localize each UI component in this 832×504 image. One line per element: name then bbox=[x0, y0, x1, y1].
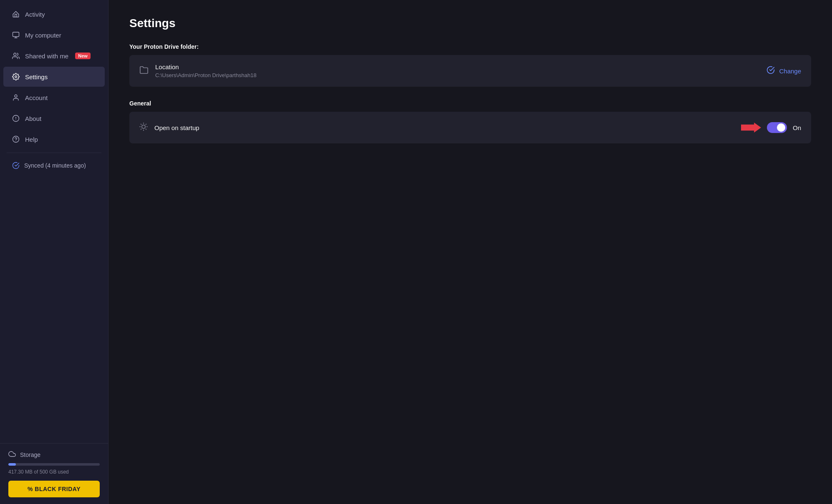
main-content: Settings Your Proton Drive folder: Locat… bbox=[108, 0, 832, 504]
sidebar-item-shared-with-me[interactable]: Shared with me New bbox=[3, 46, 105, 66]
svg-point-9 bbox=[142, 125, 145, 128]
folder-icon bbox=[139, 65, 149, 76]
users-icon bbox=[12, 52, 20, 60]
startup-toggle[interactable] bbox=[767, 122, 787, 133]
black-friday-button[interactable]: % BLACK FRIDAY bbox=[8, 481, 100, 497]
user-icon bbox=[12, 93, 20, 102]
sidebar-item-my-computer[interactable]: My computer bbox=[3, 25, 105, 45]
sidebar-nav: Activity My computer Shared with me New … bbox=[0, 0, 108, 443]
toggle-on-label: On bbox=[793, 124, 801, 131]
page-title: Settings bbox=[129, 17, 811, 30]
monitor-icon bbox=[12, 31, 20, 39]
sidebar-item-activity[interactable]: Activity bbox=[3, 4, 105, 24]
location-right: Change bbox=[766, 66, 801, 76]
settings-icon bbox=[12, 73, 20, 81]
help-circle-icon bbox=[12, 135, 20, 143]
synced-label: Synced (4 minutes ago) bbox=[24, 162, 86, 169]
proton-drive-folder-section: Your Proton Drive folder: Location C:\Us… bbox=[129, 43, 811, 87]
storage-label: Storage bbox=[8, 450, 100, 459]
storage-bar-fill bbox=[8, 463, 16, 466]
synced-status: Synced (4 minutes ago) bbox=[3, 156, 105, 175]
startup-card: Open on startup On bbox=[129, 112, 811, 143]
sidebar-divider bbox=[7, 153, 101, 153]
sidebar-item-about[interactable]: About bbox=[3, 108, 105, 128]
sidebar-item-activity-label: Activity bbox=[25, 11, 45, 18]
storage-used-text: 417.30 MB of 500 GB used bbox=[8, 469, 100, 475]
red-arrow-icon bbox=[741, 120, 761, 135]
startup-right: On bbox=[741, 120, 801, 135]
new-badge: New bbox=[75, 53, 91, 59]
sidebar-item-account-label: Account bbox=[25, 94, 48, 101]
toggle-slider bbox=[767, 122, 787, 133]
info-icon bbox=[12, 114, 20, 123]
sun-icon bbox=[139, 123, 148, 133]
storage-bar bbox=[8, 463, 100, 466]
sidebar-item-shared-label: Shared with me bbox=[25, 53, 68, 60]
sidebar-item-about-label: About bbox=[25, 115, 41, 122]
sidebar-item-settings-label: Settings bbox=[25, 73, 48, 80]
svg-point-3 bbox=[15, 95, 17, 97]
proton-drive-section-label: Your Proton Drive folder: bbox=[129, 43, 811, 50]
sidebar-item-help[interactable]: Help bbox=[3, 129, 105, 149]
svg-point-1 bbox=[14, 53, 16, 55]
home-icon bbox=[12, 10, 20, 18]
location-path: C:\Users\Admin\Proton Drive\parthshah18 bbox=[155, 72, 760, 78]
change-button[interactable]: Change bbox=[779, 68, 801, 75]
sidebar-item-account[interactable]: Account bbox=[3, 88, 105, 108]
location-title: Location bbox=[155, 63, 760, 70]
svg-line-16 bbox=[141, 129, 141, 129]
location-info: Location C:\Users\Admin\Proton Drive\par… bbox=[155, 63, 760, 78]
svg-line-17 bbox=[146, 124, 146, 125]
sidebar-item-help-label: Help bbox=[25, 136, 38, 143]
general-section-label: General bbox=[129, 100, 811, 107]
sidebar-item-settings[interactable]: Settings bbox=[3, 67, 105, 87]
sidebar-bottom: Storage 417.30 MB of 500 GB used % BLACK… bbox=[0, 443, 108, 504]
svg-line-13 bbox=[146, 129, 146, 129]
general-section: General Open on startup On bbox=[129, 100, 811, 143]
startup-label: Open on startup bbox=[154, 124, 734, 131]
svg-point-2 bbox=[15, 76, 17, 78]
svg-point-7 bbox=[13, 136, 19, 143]
svg-marker-18 bbox=[741, 123, 761, 133]
cloud-icon bbox=[8, 450, 16, 459]
sidebar-item-my-computer-label: My computer bbox=[25, 32, 61, 39]
svg-rect-0 bbox=[13, 32, 19, 37]
svg-line-12 bbox=[141, 124, 141, 125]
location-check-icon bbox=[766, 66, 775, 76]
sidebar: Activity My computer Shared with me New … bbox=[0, 0, 108, 504]
location-card: Location C:\Users\Admin\Proton Drive\par… bbox=[129, 55, 811, 87]
check-circle-icon bbox=[12, 161, 20, 170]
